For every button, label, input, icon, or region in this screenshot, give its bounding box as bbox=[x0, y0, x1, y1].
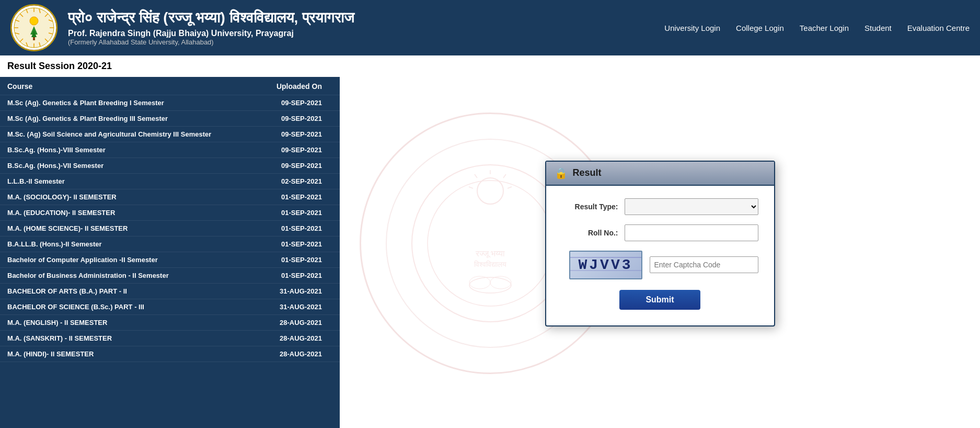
roll-no-input[interactable] bbox=[625, 224, 758, 241]
row-course: BACHELOR OF ARTS (B.A.) PART - II bbox=[7, 287, 264, 295]
table-row[interactable]: BACHELOR OF ARTS (B.A.) PART - II31-AUG-… bbox=[0, 284, 340, 299]
dialog-header: 🔒 Result bbox=[546, 162, 774, 186]
table-row[interactable]: B.A.LL.B. (Hons.)-II Semester01-SEP-2021 bbox=[0, 236, 340, 252]
table-row[interactable]: L.L.B.-II Semester02-SEP-2021 bbox=[0, 174, 340, 189]
row-date: 01-SEP-2021 bbox=[264, 256, 332, 264]
dialog-title: Result bbox=[573, 167, 602, 178]
row-date: 01-SEP-2021 bbox=[264, 224, 332, 232]
table-row[interactable]: M.Sc (Ag). Genetics & Plant Breeding I S… bbox=[0, 95, 340, 111]
table-row[interactable]: Bachelor of Computer Application -II Sem… bbox=[0, 252, 340, 268]
row-course: M.A. (SANSKRIT) - II SEMESTER bbox=[7, 334, 264, 342]
row-date: 01-SEP-2021 bbox=[264, 209, 332, 217]
row-course: B.Sc.Ag. (Hons.)-VIII Semester bbox=[7, 146, 264, 154]
student-link[interactable]: Student bbox=[864, 24, 892, 32]
row-course: Bachelor of Business Administration - II… bbox=[7, 272, 264, 279]
svg-point-18 bbox=[30, 17, 38, 25]
row-course: M.A. (ENGLISH) - II SEMESTER bbox=[7, 319, 264, 326]
row-course: M.A. (HOME SCIENCE)- II SEMESTER bbox=[7, 224, 264, 232]
row-course: M.Sc (Ag). Genetics & Plant Breeding I S… bbox=[7, 99, 264, 107]
result-type-label: Result Type: bbox=[562, 202, 625, 211]
table-row[interactable]: M.A. (HINDI)- II SEMESTER28-AUG-2021 bbox=[0, 346, 340, 362]
result-type-row: Result Type: RegularEx-StudentOther bbox=[562, 198, 758, 215]
table-row[interactable]: M.A. (SOCIOLOGY)- II SEMESTER01-SEP-2021 bbox=[0, 189, 340, 205]
row-course: M.A. (SOCIOLOGY)- II SEMESTER bbox=[7, 193, 264, 201]
roll-no-label: Roll No.: bbox=[562, 229, 625, 237]
evaluation-centre-link[interactable]: Evaluation Centre bbox=[907, 24, 970, 32]
university-login-link[interactable]: University Login bbox=[664, 24, 720, 32]
result-session-title: Result Session 2020-21 bbox=[0, 55, 340, 78]
dialog-body: Result Type: RegularEx-StudentOther Roll… bbox=[546, 186, 774, 325]
row-date: 09-SEP-2021 bbox=[264, 162, 332, 170]
result-panel: Result Session 2020-21 Course Uploaded O… bbox=[0, 55, 340, 428]
row-date: 09-SEP-2021 bbox=[264, 130, 332, 138]
formerly-subtitle: (Formerly Allahabad State University, Al… bbox=[68, 38, 664, 46]
right-side: 🔒 Result Result Type: RegularEx-StudentO… bbox=[340, 55, 980, 428]
captcha-row: WJVV3 bbox=[562, 251, 758, 279]
table-row[interactable]: B.Sc.Ag. (Hons.)-VII Semester09-SEP-2021 bbox=[0, 158, 340, 174]
university-logo bbox=[10, 4, 57, 51]
table-row[interactable]: M.Sc (Ag). Genetics & Plant Breeding III… bbox=[0, 111, 340, 127]
english-university-title: Prof. Rajendra Singh (Rajju Bhaiya) Univ… bbox=[68, 29, 664, 38]
lock-icon: 🔒 bbox=[555, 167, 568, 179]
college-login-link[interactable]: College Login bbox=[736, 24, 784, 32]
table-row[interactable]: B.Sc.Ag. (Hons.)-VIII Semester09-SEP-202… bbox=[0, 142, 340, 158]
row-date: 09-SEP-2021 bbox=[264, 115, 332, 122]
table-row[interactable]: M.A. (ENGLISH) - II SEMESTER28-AUG-2021 bbox=[0, 315, 340, 331]
captcha-input[interactable] bbox=[650, 256, 758, 273]
result-type-select[interactable]: RegularEx-StudentOther bbox=[625, 198, 758, 215]
row-date: 01-SEP-2021 bbox=[264, 240, 332, 248]
row-date: 31-AUG-2021 bbox=[264, 303, 332, 311]
table-row[interactable]: M.A. (HOME SCIENCE)- II SEMESTER01-SEP-2… bbox=[0, 221, 340, 236]
row-course: BACHELOR OF SCIENCE (B.Sc.) PART - III bbox=[7, 303, 264, 311]
hindi-university-title: प्रो० राजेन्द्र सिंह (रज्जू भय्या) विश्व… bbox=[68, 9, 664, 27]
result-table-header: Course Uploaded On bbox=[0, 78, 340, 95]
teacher-login-link[interactable]: Teacher Login bbox=[800, 24, 849, 32]
col-header-course: Course bbox=[7, 82, 264, 91]
header-text-block: प्रो० राजेन्द्र सिंह (रज्जू भय्या) विश्व… bbox=[68, 9, 664, 46]
row-date: 01-SEP-2021 bbox=[264, 193, 332, 201]
row-course: M.A. (HINDI)- II SEMESTER bbox=[7, 350, 264, 358]
row-course: Bachelor of Computer Application -II Sem… bbox=[7, 256, 264, 264]
row-date: 02-SEP-2021 bbox=[264, 177, 332, 185]
table-row[interactable]: M.Sc. (Ag) Soil Science and Agricultural… bbox=[0, 127, 340, 142]
main-content: रज्जू भय्या विश्वविद्यालय Result Session… bbox=[0, 55, 980, 428]
result-table-body[interactable]: M.Sc (Ag). Genetics & Plant Breeding I S… bbox=[0, 95, 340, 362]
row-course: M.Sc (Ag). Genetics & Plant Breeding III… bbox=[7, 115, 264, 122]
row-date: 31-AUG-2021 bbox=[264, 287, 332, 295]
table-row[interactable]: Bachelor of Business Administration - II… bbox=[0, 268, 340, 284]
table-row[interactable]: M.A. (EDUCATION)- II SEMESTER01-SEP-2021 bbox=[0, 205, 340, 221]
row-course: M.Sc. (Ag) Soil Science and Agricultural… bbox=[7, 130, 264, 138]
row-date: 01-SEP-2021 bbox=[264, 272, 332, 279]
row-course: B.A.LL.B. (Hons.)-II Semester bbox=[7, 240, 264, 248]
table-row[interactable]: M.A. (SANSKRIT) - II SEMESTER28-AUG-2021 bbox=[0, 331, 340, 346]
row-course: B.Sc.Ag. (Hons.)-VII Semester bbox=[7, 162, 264, 170]
row-date: 28-AUG-2021 bbox=[264, 350, 332, 358]
page-header: प्रो० राजेन्द्र सिंह (रज्जू भय्या) विश्व… bbox=[0, 0, 980, 55]
submit-button[interactable]: Submit bbox=[619, 290, 700, 310]
row-date: 28-AUG-2021 bbox=[264, 334, 332, 342]
result-dialog: 🔒 Result Result Type: RegularEx-StudentO… bbox=[545, 161, 775, 326]
svg-rect-21 bbox=[33, 37, 35, 40]
captcha-image: WJVV3 bbox=[569, 251, 642, 279]
col-header-date: Uploaded On bbox=[264, 82, 332, 91]
table-row[interactable]: BACHELOR OF SCIENCE (B.Sc.) PART - III31… bbox=[0, 299, 340, 315]
row-date: 09-SEP-2021 bbox=[264, 146, 332, 154]
row-course: L.L.B.-II Semester bbox=[7, 177, 264, 185]
main-nav: University Login College Login Teacher L… bbox=[664, 24, 970, 32]
submit-row: Submit bbox=[562, 290, 758, 310]
row-date: 28-AUG-2021 bbox=[264, 319, 332, 326]
roll-no-row: Roll No.: bbox=[562, 224, 758, 241]
row-course: M.A. (EDUCATION)- II SEMESTER bbox=[7, 209, 264, 217]
row-date: 09-SEP-2021 bbox=[264, 99, 332, 107]
